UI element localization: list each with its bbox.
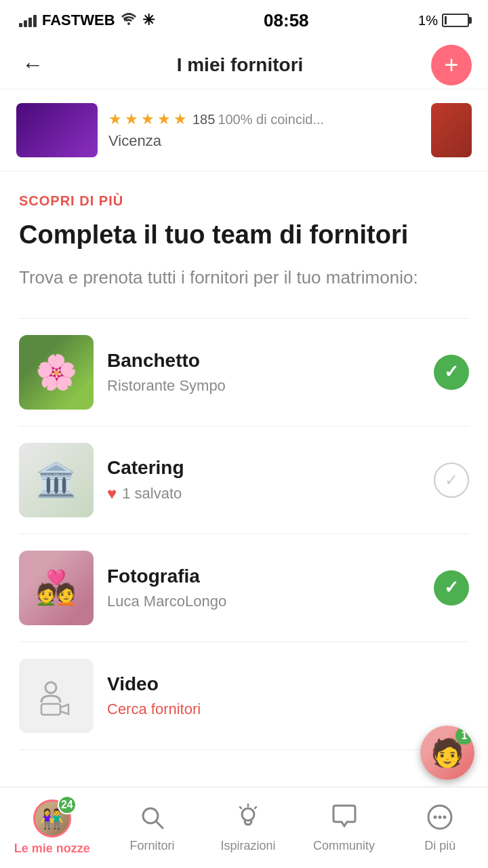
list-item[interactable]: Fotografia Luca MarcoLongo ✓ xyxy=(19,534,469,642)
catering-thumbnail xyxy=(19,443,94,517)
vendor-thumbnail xyxy=(16,103,98,157)
back-button[interactable]: ← xyxy=(16,47,49,83)
star-1: ★ xyxy=(108,111,122,128)
ispirazioni-label: Ispirazioni xyxy=(220,839,275,853)
tab-bar: 👫 24 Le mie nozze Fornitori I xyxy=(0,787,488,868)
carrier-signal: FASTWEB ✳ xyxy=(19,12,155,29)
banchetto-sub: Ristorante Sympo xyxy=(107,377,420,395)
tab-dipiu[interactable]: Di più xyxy=(406,802,474,853)
section-subtitle: Trova e prenota tutti i fornitori per il… xyxy=(19,264,469,291)
search-icon xyxy=(137,802,167,832)
fornitori-label: Fornitori xyxy=(129,839,174,853)
loading-icon: ✳ xyxy=(142,12,155,29)
svg-line-9 xyxy=(240,807,241,808)
provider-list: Banchetto Ristorante Sympo ✓ Catering ♥ … xyxy=(19,318,469,750)
fotografia-name: Fotografia xyxy=(107,566,420,587)
page-title: I miei fornitori xyxy=(177,54,304,76)
banchetto-name: Banchetto xyxy=(107,350,420,372)
video-thumbnail xyxy=(19,658,94,733)
status-time: 08:58 xyxy=(264,10,309,31)
fotografia-status: ✓ xyxy=(434,570,469,606)
list-item[interactable]: Banchetto Ristorante Sympo ✓ xyxy=(19,319,469,427)
top-vendor-card[interactable]: ★ ★ ★ ★ ★ 185 100% di coincid... Vicenza xyxy=(0,90,488,172)
star-5: ★ xyxy=(174,111,187,128)
svg-line-4 xyxy=(156,821,163,828)
section-title: Completa il tuo team di fornitori xyxy=(19,220,469,251)
catering-info: Catering ♥ 1 salvato xyxy=(107,457,420,503)
svg-point-1 xyxy=(45,682,56,693)
heart-icon: ♥ xyxy=(107,484,117,503)
more-icon xyxy=(425,802,455,832)
tab-community[interactable]: Community xyxy=(310,802,378,853)
video-camera-icon xyxy=(36,675,77,716)
tab-fornitori[interactable]: Fornitori xyxy=(118,802,186,853)
star-2: ★ xyxy=(125,111,138,128)
community-label: Community xyxy=(313,839,375,853)
vendor-info: ★ ★ ★ ★ ★ 185 100% di coincid... Vicenza xyxy=(108,111,420,150)
stars-row: ★ ★ ★ ★ ★ 185 100% di coincid... xyxy=(108,111,420,128)
dipiu-icon-wrap xyxy=(425,802,455,835)
add-button[interactable]: + xyxy=(431,45,472,85)
fornitori-icon-wrap xyxy=(137,802,167,835)
community-icon-wrap xyxy=(329,802,359,835)
svg-rect-2 xyxy=(41,704,60,715)
catering-saved-row: ♥ 1 salvato xyxy=(107,484,420,503)
catering-status: ✓ xyxy=(434,462,469,498)
review-count: 185 xyxy=(192,112,215,127)
svg-point-13 xyxy=(443,816,447,819)
discover-label: SCOPRI DI PIÙ xyxy=(19,193,469,209)
fotografia-info: Fotografia Luca MarcoLongo xyxy=(107,566,420,610)
banchetto-status: ✓ xyxy=(434,355,469,390)
tab-ispirazioni[interactable]: Ispirazioni xyxy=(214,802,282,853)
fotografia-thumbnail xyxy=(19,551,94,625)
checkmark-icon: ✓ xyxy=(444,361,459,382)
banchetto-thumbnail xyxy=(19,335,94,410)
lightbulb-icon xyxy=(233,802,263,832)
tab-mienozze[interactable]: 👫 24 Le mie nozze xyxy=(14,800,90,856)
status-bar: FASTWEB ✳ 08:58 1% xyxy=(0,0,488,41)
battery-percent: 1% xyxy=(418,13,438,28)
ispirazioni-icon-wrap xyxy=(233,802,263,835)
banchetto-info: Banchetto Ristorante Sympo xyxy=(107,350,420,395)
star-4: ★ xyxy=(157,111,171,128)
mienozze-badge: 24 xyxy=(58,795,77,814)
plus-icon: + xyxy=(444,51,458,79)
checkmark-icon: ✓ xyxy=(444,577,459,598)
catering-saved: 1 salvato xyxy=(122,485,182,502)
svg-point-12 xyxy=(439,816,442,819)
chat-icon xyxy=(329,802,359,832)
video-info: Video Cerca fornitori xyxy=(107,673,469,718)
fotografia-sub: Luca MarcoLongo xyxy=(107,593,420,610)
vendor-location: Vicenza xyxy=(108,132,420,150)
list-item[interactable]: Video Cerca fornitori xyxy=(19,642,469,750)
battery-area: 1% xyxy=(418,13,469,28)
svg-point-5 xyxy=(242,808,254,821)
video-thumb-inner xyxy=(19,658,94,733)
dipiu-label: Di più xyxy=(424,839,455,853)
match-text: 100% di coincid... xyxy=(218,112,324,127)
carrier-name: FASTWEB xyxy=(42,12,115,29)
svg-point-0 xyxy=(127,22,130,25)
main-content: SCOPRI DI PIÙ Completa il tuo team di fo… xyxy=(0,172,488,750)
list-item[interactable]: Catering ♥ 1 salvato ✓ xyxy=(19,427,469,534)
wifi-icon xyxy=(121,12,137,29)
chat-bubble[interactable]: 🧑 1 xyxy=(420,726,474,780)
top-nav: ← I miei fornitori + xyxy=(0,41,488,90)
mienozze-label: Le mie nozze xyxy=(14,842,90,856)
catering-name: Catering xyxy=(107,457,420,479)
svg-line-8 xyxy=(255,807,256,808)
star-3: ★ xyxy=(141,111,155,128)
signal-icon xyxy=(19,14,37,27)
battery-icon xyxy=(442,14,469,27)
video-name: Video xyxy=(107,673,469,695)
checkmark-outline-icon: ✓ xyxy=(445,471,458,490)
svg-point-11 xyxy=(434,816,437,819)
mienozze-icon-wrap: 👫 24 xyxy=(33,800,71,837)
chat-badge: 1 xyxy=(455,727,473,745)
vendor-thumbnail-right xyxy=(431,103,472,157)
video-cta[interactable]: Cerca fornitori xyxy=(107,701,469,718)
